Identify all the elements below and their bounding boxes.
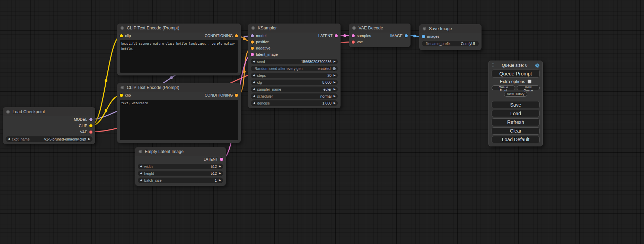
widget-value: 156680208700286 <box>301 60 332 64</box>
input-label: positive <box>256 40 269 44</box>
toggle-dot-icon[interactable] <box>333 67 336 70</box>
increment-arrow-icon[interactable]: ▶ <box>88 138 90 141</box>
widget-steps[interactable]: ◀ steps 20 ▶ <box>251 73 338 78</box>
decrement-arrow-icon[interactable]: ◀ <box>8 138 10 141</box>
increment-arrow-icon[interactable]: ▶ <box>219 179 221 182</box>
widget-random-seed-toggle[interactable]: Random seed after every gen enabled <box>251 66 338 71</box>
increment-arrow-icon[interactable]: ▶ <box>334 95 336 98</box>
conditioning-output-slot[interactable] <box>235 34 238 37</box>
conditioning-output-slot[interactable] <box>235 94 238 97</box>
wire-midpoint-dot <box>170 76 173 79</box>
node-clip-text-encode-negative[interactable]: CLIP Text Encode (Prompt) clip CONDITION… <box>117 83 241 143</box>
node-clip-text-encode-positive[interactable]: CLIP Text Encode (Prompt) clip CONDITION… <box>117 24 241 75</box>
queue-prompt-button[interactable]: Queue Prompt <box>492 70 540 78</box>
clear-button[interactable]: Clear <box>492 127 540 135</box>
widget-seed[interactable]: ◀ seed 156680208700286 ▶ <box>251 59 338 64</box>
increment-arrow-icon[interactable]: ▶ <box>219 172 221 175</box>
collapse-dot-icon[interactable] <box>252 26 255 30</box>
extra-options-checkbox[interactable] <box>528 80 531 83</box>
latent-image-input-slot[interactable] <box>251 53 254 56</box>
widget-scheduler[interactable]: ◀ scheduler normal ▶ <box>251 93 338 99</box>
node-title-bar[interactable]: CLIP Text Encode (Prompt) <box>117 83 241 92</box>
node-load-checkpoint[interactable]: Load Checkpoint MODEL CLIP VAE ◀ ckpt_na… <box>3 107 95 144</box>
comfy-menu-panel: ⠿ Queue size: 0 Queue Prompt Extra optio… <box>488 61 543 146</box>
vae-output-slot[interactable] <box>89 130 92 134</box>
decrement-arrow-icon[interactable]: ◀ <box>253 102 255 105</box>
decrement-arrow-icon[interactable]: ◀ <box>253 74 255 77</box>
images-input-slot[interactable] <box>422 35 425 38</box>
widget-denoise[interactable]: ◀ denoise 1.000 ▶ <box>251 100 338 106</box>
samples-input-slot[interactable] <box>352 34 355 37</box>
node-title: CLIP Text Encode (Prompt) <box>127 85 179 90</box>
decrement-arrow-icon[interactable]: ◀ <box>140 165 142 168</box>
decrement-arrow-icon[interactable]: ◀ <box>253 60 255 63</box>
decrement-arrow-icon[interactable]: ◀ <box>253 88 255 91</box>
save-button[interactable]: Save <box>492 101 540 108</box>
settings-gear-icon[interactable] <box>535 63 540 68</box>
collapse-dot-icon[interactable] <box>121 26 124 30</box>
refresh-button[interactable]: Refresh <box>492 118 540 126</box>
output-label: IMAGE <box>390 34 403 38</box>
image-output-slot[interactable] <box>405 34 408 37</box>
model-output-slot[interactable] <box>89 118 92 121</box>
widget-value: 1.000 <box>323 101 332 105</box>
node-title-bar[interactable]: KSampler <box>248 24 341 33</box>
collapse-dot-icon[interactable] <box>6 110 10 114</box>
decrement-arrow-icon[interactable]: ◀ <box>140 179 142 182</box>
node-title-bar[interactable]: Empty Latent Image <box>135 147 226 156</box>
view-history-button[interactable]: View History <box>504 92 528 97</box>
node-title-bar[interactable]: Save Image <box>419 24 482 33</box>
load-button[interactable]: Load <box>492 110 540 117</box>
decrement-arrow-icon[interactable]: ◀ <box>253 95 255 98</box>
increment-arrow-icon[interactable]: ▶ <box>219 165 221 168</box>
node-title-bar[interactable]: VAE Decode <box>349 24 411 33</box>
increment-arrow-icon[interactable]: ▶ <box>334 60 336 63</box>
widget-cfg[interactable]: ◀ cfg 8.000 ▶ <box>251 80 338 85</box>
wire-midpoint-dot <box>243 37 246 40</box>
clip-input-slot[interactable] <box>120 34 123 37</box>
node-title-bar[interactable]: Load Checkpoint <box>3 107 95 116</box>
node-empty-latent-image[interactable]: Empty Latent Image LATENT ◀ width 512 ▶ … <box>135 147 226 186</box>
drag-handle-icon[interactable]: ⠿ <box>492 63 495 68</box>
widget-label: width <box>144 164 153 169</box>
positive-prompt-textarea[interactable]: beautiful scenery nature glass bottle la… <box>120 40 238 73</box>
node-save-image[interactable]: Save Image images filename_prefix ComfyU… <box>419 24 482 50</box>
input-label: vae <box>357 40 363 44</box>
collapse-dot-icon[interactable] <box>423 27 426 30</box>
view-queue-button[interactable]: View Queue <box>517 85 540 90</box>
clip-input-slot[interactable] <box>120 94 123 97</box>
negative-input-slot[interactable] <box>251 47 254 50</box>
clip-output-slot[interactable] <box>89 124 92 127</box>
increment-arrow-icon[interactable]: ▶ <box>334 74 336 77</box>
increment-arrow-icon[interactable]: ▶ <box>334 81 336 84</box>
positive-input-slot[interactable] <box>251 40 254 44</box>
collapse-dot-icon[interactable] <box>352 26 356 30</box>
increment-arrow-icon[interactable]: ▶ <box>334 102 336 105</box>
increment-arrow-icon[interactable]: ▶ <box>334 88 336 91</box>
widget-batch-size[interactable]: ◀ batch_size 1 ▶ <box>138 178 223 183</box>
collapse-dot-icon[interactable] <box>121 86 124 89</box>
widget-width[interactable]: ◀ width 512 ▶ <box>138 164 223 169</box>
input-label: clip <box>125 34 131 38</box>
node-vae-decode[interactable]: VAE Decode samples IMAGE vae <box>349 24 411 47</box>
negative-prompt-textarea[interactable]: text, watermark <box>120 100 238 140</box>
vae-input-slot[interactable] <box>352 40 355 44</box>
node-title: Save Image <box>429 26 452 31</box>
widget-ckpt-name[interactable]: ◀ ckpt_name v1-5-pruned-emaonly.ckpt ▶ <box>6 136 92 142</box>
queue-front-button[interactable]: Queue Front <box>492 85 515 90</box>
node-title-bar[interactable]: CLIP Text Encode (Prompt) <box>117 24 241 33</box>
collapse-dot-icon[interactable] <box>139 150 142 153</box>
widget-label: height <box>144 171 154 175</box>
latent-output-slot[interactable] <box>335 34 338 37</box>
load-default-button[interactable]: Load Default <box>492 136 540 143</box>
decrement-arrow-icon[interactable]: ◀ <box>140 172 142 175</box>
model-input-slot[interactable] <box>251 34 254 37</box>
decrement-arrow-icon[interactable]: ◀ <box>253 81 255 84</box>
widget-value: 8.000 <box>323 80 332 84</box>
latent-output-slot[interactable] <box>220 158 223 161</box>
widget-sampler-name[interactable]: ◀ sampler_name euler ▶ <box>251 87 338 92</box>
node-ksampler[interactable]: KSampler model LATENT positive negative … <box>248 24 341 108</box>
input-label: negative <box>256 46 271 50</box>
widget-filename-prefix[interactable]: filename_prefix ComfyUI <box>422 41 479 46</box>
widget-height[interactable]: ◀ height 512 ▶ <box>138 171 223 176</box>
